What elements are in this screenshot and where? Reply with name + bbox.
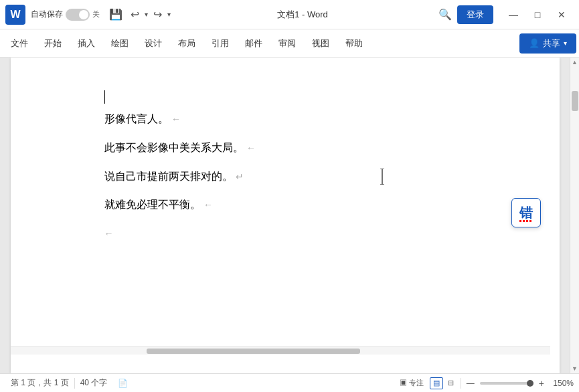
para-1-pilcrow: ← <box>171 114 181 124</box>
zoom-out-button[interactable]: — <box>464 377 477 389</box>
vertical-scrollbar[interactable]: ▲ ▼ <box>570 58 579 373</box>
print-layout-icon[interactable]: ▤ <box>430 377 443 389</box>
autosave-area: 自动保存 关 <box>31 9 100 21</box>
spell-squiggle <box>519 220 533 222</box>
para-5-pilcrow: ← <box>104 228 114 239</box>
ibeam-cursor <box>379 167 386 187</box>
hscroll-track <box>13 349 548 354</box>
document-title: 文档1 - Word <box>172 9 433 21</box>
undo-button[interactable]: ↩ <box>127 5 143 23</box>
paragraph-4: 就难免必理不平衡。 ← <box>104 195 519 215</box>
word-count-text: 40 个字 <box>80 377 108 389</box>
menu-draw[interactable]: 绘图 <box>103 33 137 54</box>
close-button[interactable]: ✕ <box>550 3 574 27</box>
menu-view[interactable]: 视图 <box>304 33 337 54</box>
para-4-text: 就难免必理不平衡。 <box>104 199 201 210</box>
vscroll-track <box>572 67 578 364</box>
autosave-state: 关 <box>92 9 100 19</box>
share-icon: 👤 <box>529 38 540 48</box>
login-button[interactable]: 登录 <box>457 5 493 24</box>
vscroll-thumb[interactable] <box>572 91 578 111</box>
autosave-toggle[interactable] <box>66 9 90 21</box>
web-layout-icon[interactable]: ⊟ <box>444 377 458 389</box>
scroll-up-arrow[interactable]: ▲ <box>570 58 580 67</box>
autosave-label: 自动保存 <box>31 9 63 20</box>
hscroll-thumb[interactable] <box>147 349 360 354</box>
focus-label: 专注 <box>409 379 424 387</box>
window-controls: — □ ✕ <box>501 3 574 27</box>
document-scroll[interactable]: 形像代言人。 ← 此事不会影像中美关系大局。 ← 说自己市提前两天排对的。 ↵ <box>0 58 570 373</box>
menu-design[interactable]: 设计 <box>137 33 170 54</box>
zoom-slider[interactable] <box>480 382 533 385</box>
para-2-pilcrow: ← <box>246 142 256 153</box>
document-page: 形像代言人。 ← 此事不会影像中美关系大局。 ← 说自己市提前两天排对的。 ↵ <box>11 58 560 373</box>
para-2-text: 此事不会影像中美关系大局。 <box>104 142 244 153</box>
page-info: 第 1 页，共 1 页 <box>5 377 74 389</box>
share-dropdown-icon: ▾ <box>564 39 567 47</box>
save-button[interactable]: 💾 <box>105 5 127 23</box>
menu-review[interactable]: 审阅 <box>270 33 304 54</box>
menu-layout[interactable]: 布局 <box>170 33 203 54</box>
page-info-text: 第 1 页，共 1 页 <box>11 377 69 389</box>
focus-icon: ▣ <box>400 379 407 387</box>
paragraph-2: 此事不会影像中美关系大局。 ← <box>104 138 519 158</box>
para-3-pilcrow: ↵ <box>236 171 244 182</box>
zoom-in-button[interactable]: + <box>536 377 547 390</box>
status-sep-2 <box>461 378 461 389</box>
scroll-down-arrow[interactable]: ▼ <box>570 364 580 373</box>
top-cursor <box>104 90 105 104</box>
menu-references[interactable]: 引用 <box>203 33 237 54</box>
horizontal-scrollbar[interactable] <box>11 347 550 355</box>
status-right: ▣ 专注 ▤ ⊟ — + 150% <box>396 377 574 390</box>
focus-mode-button[interactable]: ▣ 专注 <box>396 377 427 389</box>
redo-button[interactable]: ↪ <box>149 5 166 23</box>
search-button[interactable]: 🔍 <box>433 5 457 23</box>
document-content[interactable]: 形像代言人。 ← 此事不会影像中美关系大局。 ← 说自己市提前两天排对的。 ↵ <box>11 58 560 266</box>
para-4-pilcrow: ← <box>203 199 213 210</box>
paragraph-5: ← <box>104 224 519 243</box>
para-3-text: 说自己市提前两天排对的。 <box>104 171 233 182</box>
proofing-status[interactable]: 📄 <box>112 379 133 388</box>
status-bar: 第 1 页，共 1 页 40 个字 📄 ▣ 专注 ▤ ⊟ — + 150% <box>0 373 579 392</box>
menu-help[interactable]: 帮助 <box>337 33 371 54</box>
menu-home[interactable]: 开始 <box>36 33 70 54</box>
paragraph-3: 说自己市提前两天排对的。 ↵ <box>104 167 519 187</box>
zoom-percent: 150% <box>550 379 574 388</box>
spell-char: 错 <box>519 204 533 222</box>
para-1-text: 形像代言人。 <box>104 113 169 124</box>
zoom-thumb[interactable] <box>527 380 533 387</box>
toggle-knob <box>79 10 88 19</box>
save-icon: 💾 <box>109 9 122 20</box>
title-bar: W 自动保存 关 💾 ↩ ▾ ↪ ▾ 文档1 - Word 🔍 登录 — □ ✕ <box>0 0 579 29</box>
undo-dropdown-button[interactable]: ▾ <box>143 8 149 21</box>
word-count: 40 个字 <box>75 377 113 389</box>
view-icons: ▤ ⊟ <box>430 377 458 389</box>
paragraph-1: 形像代言人。 ← <box>104 110 519 129</box>
quick-access-dropdown[interactable]: ▾ <box>166 8 172 21</box>
share-label: 共享 <box>543 37 560 50</box>
menu-insert[interactable]: 插入 <box>70 33 103 54</box>
menu-bar: 文件 开始 插入 绘图 设计 布局 引用 邮件 审阅 视图 帮助 👤 共享 ▾ <box>0 29 579 58</box>
word-logo: W <box>5 5 25 25</box>
proofing-icon: 📄 <box>118 379 128 388</box>
minimize-button[interactable]: — <box>501 3 525 27</box>
spell-check-button[interactable]: 错 <box>511 198 541 227</box>
menu-file[interactable]: 文件 <box>3 33 36 54</box>
document-area: 形像代言人。 ← 此事不会影像中美关系大局。 ← 说自己市提前两天排对的。 ↵ <box>0 58 579 373</box>
share-button[interactable]: 👤 共享 ▾ <box>519 33 576 54</box>
maximize-button[interactable]: □ <box>525 3 550 27</box>
menu-mailings[interactable]: 邮件 <box>237 33 270 54</box>
paragraph-0 <box>104 84 519 104</box>
